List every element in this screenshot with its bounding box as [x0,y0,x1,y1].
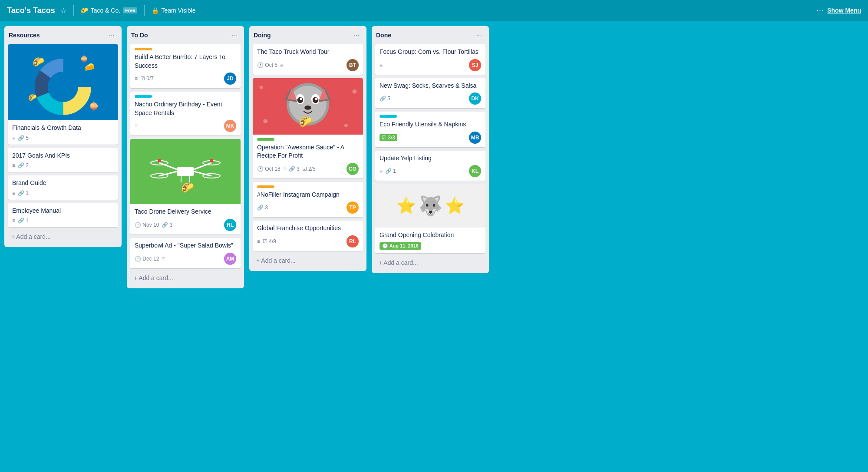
add-card-resources[interactable]: + Add a card... [8,231,118,243]
lock-icon: 🔒 [152,7,159,14]
card-cover-celebration: ⭐ 🐺 ⭐ [375,184,485,228]
card-body-operation: Operation "Awesome Sauce" - A Recipe For… [253,135,363,178]
board-title: Taco's Tacos [7,6,55,15]
attach-yelp: 🔗 1 [385,168,396,174]
add-card-done[interactable]: + Add a card... [375,257,485,269]
card-financials[interactable]: 🌮 🧀 🌮 🧅 🧅 Financials & Growth Data ≡ 🔗 5 [8,44,118,145]
card-grand[interactable]: ⭐ 🐺 ⭐ Grand Opening Celebration 🕐 Aug 11… [375,184,485,253]
card-body-brand: Brand Guide ≡ 🔗 1 [8,175,118,200]
card-title-goals: 2017 Goals And KPIs [12,152,114,160]
attach-goals: 🔗 2 [18,162,29,168]
list-menu-button-doing[interactable]: ··· [351,30,362,40]
desc-employee: ≡ [12,218,15,224]
header-right: ··· Show Menu [816,7,861,14]
card-footer-franchise: ≡ ☑ 4/9 RL [257,235,359,248]
card-focusgroup[interactable]: Focus Group: Corn vs. Flour Tortillas ≡ … [375,44,485,75]
header: Taco's Tacos ☆ 🌮 Taco & Co. Free 🔒 Team … [0,0,868,21]
card-footer-goals: ≡ 🔗 2 [12,162,114,168]
card-title-employee: Employee Manual [12,207,114,215]
date-superbowl: 🕐 Dec 12 [135,256,159,262]
card-footer-eco: ☑ 3/3 MB [380,132,481,144]
list-menu-button-resources[interactable]: ··· [106,30,117,40]
board: Resources ··· 🌮 🧀 🌮 🧅 🧅 [0,21,868,294]
checklist-franchise: ☑ 4/9 [263,238,276,244]
card-brand[interactable]: Brand Guide ≡ 🔗 1 [8,175,118,200]
card-superbowl[interactable]: Superbowl Ad - "Super Salad Bowls" 🕐 Dec… [130,238,241,268]
card-title-franchise: Global Franchise Opportunities [257,224,359,233]
show-menu-button[interactable]: Show Menu [827,7,861,14]
card-footer-superbowl: 🕐 Dec 12 ≡ AM [135,253,236,265]
visibility-info: 🔒 Team Visible [152,7,195,14]
card-body-nacho: Nacho Ordinary Birthday - Event Space Re… [130,92,241,135]
list-menu-button-done[interactable]: ··· [474,30,485,40]
card-operation[interactable]: 🌮 Operation "Awesome Sauce" - A Recipe F… [253,78,363,178]
label-nofiller [257,185,274,188]
date-operation: 🕐 Oct 18 [257,166,281,172]
svg-text:🧅: 🧅 [89,101,99,111]
attach-operation: 🔗 3 [289,166,300,172]
avatar-drone: RL [224,219,236,231]
card-footer-swag: 🔗 5 DK [380,92,481,105]
card-title-operation: Operation "Awesome Sauce" - A Recipe For… [257,143,359,160]
svg-text:🌮: 🌮 [33,56,45,68]
avatar-nofiller: TP [347,201,359,214]
attach-financials: 🔗 5 [18,135,29,141]
card-nofiller[interactable]: #NoFiller Instagram Campaign 🔗 3 TP [253,182,363,218]
svg-point-4 [50,74,76,100]
svg-text:🧀: 🧀 [85,62,95,72]
avatar-superbowl: AM [224,253,236,265]
card-cover-resources: 🌮 🧀 🌮 🧅 🧅 [8,44,118,120]
add-card-doing[interactable]: + Add a card... [253,254,363,267]
card-footer-tacoTruck: 🕐 Oct 5 ≡ BT [257,59,359,71]
add-card-todo[interactable]: + Add a card... [130,272,241,284]
card-employee[interactable]: Employee Manual ≡ 🔗 1 [8,203,118,228]
list-header-resources: Resources ··· [8,30,118,40]
list-menu-button-todo[interactable]: ··· [229,30,240,40]
card-footer-yelp: ≡ 🔗 1 KL [380,165,481,177]
svg-point-30 [300,97,302,100]
desc-yelp: ≡ [380,168,383,174]
card-footer-burrito: ≡ ☑ 0/7 JD [135,73,236,85]
header-divider2 [144,5,145,16]
list-todo: To Do ··· Build A Better Burrito: 7 Laye… [127,26,244,288]
card-drone[interactable]: 🌮 Taco Drone Delivery Service 🕐 Nov 10 🔗… [130,139,241,234]
card-title-drone: Taco Drone Delivery Service [135,208,236,216]
card-footer-grand: 🕐 Aug 11, 2016 [380,242,481,250]
card-title-nacho: Nacho Ordinary Birthday - Event Space Re… [135,100,236,117]
card-footer-focusgroup: ≡ SJ [380,59,481,71]
card-title-swag: New Swag: Socks, Scarves & Salsa [380,82,481,90]
label-nacho [135,95,152,98]
card-body-drone: Taco Drone Delivery Service 🕐 Nov 10 🔗 3… [130,204,241,234]
list-header-doing: Doing ··· [253,30,363,40]
card-nacho[interactable]: Nacho Ordinary Birthday - Event Space Re… [130,92,241,135]
card-body-burrito: Build A Better Burrito: 7 Layers To Succ… [130,44,241,88]
checklist-burrito: ☑ 0/7 [140,76,154,82]
desc-brand: ≡ [12,190,15,196]
desc-icon-financials: ≡ [12,135,15,141]
label-burrito [135,48,152,50]
svg-point-38 [260,86,263,89]
desc-operation: ≡ [283,166,286,172]
avatar-eco: MB [469,132,481,144]
avatar-swag: DK [469,92,481,105]
svg-text:🧅: 🧅 [80,55,88,63]
card-burrito[interactable]: Build A Better Burrito: 7 Layers To Succ… [130,44,241,88]
wolf-celebration-icon: 🐺 [419,195,442,217]
list-done: Done ··· Focus Group: Corn vs. Flour Tor… [372,26,489,273]
star-icon[interactable]: ☆ [60,7,66,15]
svg-point-20 [210,159,213,162]
attach-swag: 🔗 5 [380,96,390,102]
checklist-eco: ☑ 3/3 [380,134,397,141]
card-yelp[interactable]: Update Yelp Listing ≡ 🔗 1 KL [375,151,485,181]
card-franchise[interactable]: Global Franchise Opportunities ≡ ☑ 4/9 R… [253,221,363,251]
attach-brand: 🔗 1 [18,190,29,196]
svg-line-12 [194,163,211,169]
card-eco[interactable]: Eco Friendly Utensils & Napkins ☑ 3/3 MB [375,112,485,147]
org-icon: 🌮 [81,7,88,14]
card-tacoTruck[interactable]: The Taco Truck World Tour 🕐 Oct 5 ≡ BT [253,44,363,75]
date-drone: 🕐 Nov 10 [135,222,159,228]
card-goals[interactable]: 2017 Goals And KPIs ≡ 🔗 2 [8,148,118,172]
desc-focusgroup: ≡ [380,62,383,68]
card-swag[interactable]: New Swag: Socks, Scarves & Salsa 🔗 5 DK [375,78,485,109]
avatar-tacoTruck: BT [347,59,359,71]
